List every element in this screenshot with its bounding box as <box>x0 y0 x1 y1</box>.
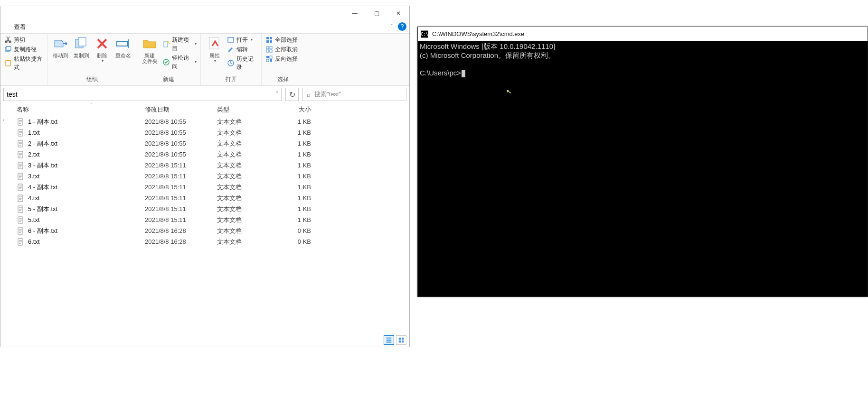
cmd-terminal[interactable]: Microsoft Windows [版本 10.0.19042.1110] (… <box>418 41 868 296</box>
chevron-down-icon: ▾ <box>195 41 197 47</box>
file-row[interactable]: 5.txt2021/8/8 15:11文本文档1 KB <box>0 214 409 225</box>
invert-selection-button[interactable]: 反向选择 <box>265 55 298 63</box>
address-bar[interactable]: test ˅ <box>3 88 282 101</box>
properties-icon <box>207 36 223 52</box>
header-size[interactable]: 大小 <box>278 105 316 114</box>
file-name: 2.txt <box>28 151 145 158</box>
select-all-button[interactable]: 全部选择 <box>265 36 298 44</box>
properties-button[interactable]: 属性 ▾ <box>205 36 224 64</box>
delete-button[interactable]: 删除 ▾ <box>94 36 112 64</box>
file-row[interactable]: 2 - 副本.txt2021/8/8 10:55文本文档1 KB <box>0 138 409 149</box>
mouse-pointer-icon: ↖ <box>505 87 512 97</box>
svg-rect-40 <box>402 341 404 342</box>
text-document-icon <box>17 227 25 235</box>
file-type: 文本文档 <box>217 150 278 159</box>
new-item-button[interactable]: 新建项目▾ <box>162 36 197 53</box>
close-button[interactable]: ✕ <box>387 6 409 20</box>
file-type: 文本文档 <box>217 194 278 203</box>
open-button[interactable]: 打开▾ <box>227 36 257 44</box>
file-row[interactable]: 3.txt2021/8/8 15:11文本文档1 KB <box>0 171 409 182</box>
help-button[interactable]: ? <box>398 22 406 31</box>
cmd-titlebar[interactable]: C:\ C:\WINDOWS\system32\cmd.exe <box>418 27 868 41</box>
large-icons-icon <box>398 337 405 343</box>
file-type: 文本文档 <box>217 216 278 224</box>
chevron-down-icon: ▾ <box>251 37 253 43</box>
file-date: 2021/8/8 16:28 <box>145 227 217 234</box>
file-row[interactable]: 6.txt2021/8/8 16:28文本文档0 KB <box>0 236 409 247</box>
file-date: 2021/8/8 10:55 <box>145 118 217 125</box>
search-icon: ⌕ <box>307 91 311 98</box>
file-size: 1 KB <box>278 118 316 125</box>
chevron-down-icon: ▾ <box>214 59 216 64</box>
file-size: 1 KB <box>278 194 316 202</box>
ribbon-group-new: 新建 文件夹 新建项目▾ 轻松访问▾ 新建 <box>136 34 201 85</box>
nav-pane-handle[interactable]: › <box>0 116 7 347</box>
svg-rect-23 <box>266 59 269 62</box>
file-size: 1 KB <box>278 184 316 191</box>
new-folder-button[interactable]: 新建 文件夹 <box>140 36 160 64</box>
file-row[interactable]: 3 - 副本.txt2021/8/8 15:11文本文档1 KB <box>0 160 409 171</box>
svg-point-8 <box>167 41 169 43</box>
file-size: 1 KB <box>278 216 316 223</box>
svg-rect-21 <box>266 56 269 58</box>
history-label: 历史记录 <box>236 55 257 72</box>
copy-to-icon <box>74 36 90 52</box>
easy-access-button[interactable]: 轻松访问▾ <box>162 54 197 71</box>
copy-path-button[interactable]: 复制路径 <box>4 45 44 54</box>
file-row[interactable]: 4.txt2021/8/8 15:11文本文档1 KB <box>0 193 409 203</box>
file-row[interactable]: 5 - 副本.txt2021/8/8 15:11文本文档1 KB <box>0 203 409 214</box>
refresh-icon: ↻ <box>289 90 295 99</box>
details-view-button[interactable] <box>384 335 394 345</box>
address-dropdown-icon[interactable]: ˅ <box>276 91 278 96</box>
invert-selection-icon <box>265 55 273 63</box>
large-icons-view-button[interactable] <box>396 335 406 345</box>
svg-rect-37 <box>399 338 401 340</box>
file-row[interactable]: 6 - 副本.txt2021/8/8 16:28文本文档0 KB <box>0 225 409 236</box>
copy-to-button[interactable]: 复制到 <box>73 36 91 58</box>
header-type[interactable]: 类型 <box>217 105 278 114</box>
chevron-right-icon: › <box>3 117 4 122</box>
open-label: 打开 <box>236 36 248 44</box>
file-name: 1 - 副本.txt <box>28 118 145 126</box>
select-all-label: 全部选择 <box>275 36 298 44</box>
paste-shortcut-label: 粘贴快捷方式 <box>14 55 44 72</box>
file-row[interactable]: 2.txt2021/8/8 10:55文本文档1 KB <box>0 149 409 160</box>
file-row[interactable]: 1 - 副本.txt2021/8/8 10:55文本文档1 KB <box>0 116 409 127</box>
delete-label: 删除 <box>97 53 107 58</box>
file-name: 4 - 副本.txt <box>28 183 145 192</box>
column-headers: 名称 ˄ 修改日期 类型 大小 <box>0 103 409 116</box>
refresh-button[interactable]: ↻ <box>285 88 299 101</box>
move-to-button[interactable]: 移动到 <box>52 36 70 58</box>
edit-button[interactable]: 编辑 <box>227 45 257 54</box>
file-name: 1.txt <box>28 129 145 136</box>
text-document-icon <box>17 118 25 126</box>
file-list[interactable]: › 1 - 副本.txt2021/8/8 10:55文本文档1 KB1.txt2… <box>0 116 409 347</box>
select-none-button[interactable]: 全部取消 <box>265 45 298 54</box>
file-size: 0 KB <box>278 238 316 245</box>
svg-rect-6 <box>117 41 127 46</box>
svg-rect-22 <box>270 56 272 58</box>
search-input[interactable]: ⌕ 搜索"test" <box>302 88 406 101</box>
file-row[interactable]: 4 - 副本.txt2021/8/8 15:11文本文档1 KB <box>0 182 409 193</box>
maximize-button[interactable]: ▢ <box>366 6 387 20</box>
file-date: 2021/8/8 10:55 <box>145 140 217 147</box>
details-view-icon <box>386 337 392 343</box>
rename-button[interactable]: 重命名 <box>114 36 132 58</box>
new-item-icon <box>162 40 170 48</box>
cut-button[interactable]: 剪切 <box>4 36 44 44</box>
copy-to-label: 复制到 <box>74 53 89 58</box>
copy-path-label: 复制路径 <box>14 45 37 54</box>
ribbon-group-open: 属性 ▾ 打开▾ 编辑 历史记录 <box>201 34 262 85</box>
file-size: 1 KB <box>278 162 316 169</box>
minimize-button[interactable]: — <box>344 6 366 20</box>
svg-rect-7 <box>164 41 168 47</box>
cmd-line-1: Microsoft Windows [版本 10.0.19042.1110] <box>420 42 555 50</box>
ribbon-collapse-icon[interactable]: ˄ <box>390 23 393 30</box>
tab-view[interactable]: 查看 <box>14 23 26 31</box>
header-date[interactable]: 修改日期 <box>145 105 217 114</box>
header-name[interactable]: 名称 ˄ <box>17 105 145 114</box>
history-button[interactable]: 历史记录 <box>227 55 257 72</box>
file-row[interactable]: 1.txt2021/8/8 10:55文本文档1 KB <box>0 127 409 138</box>
ribbon-tabs: 查看 ˄ ? <box>0 20 409 34</box>
paste-shortcut-button[interactable]: 粘贴快捷方式 <box>4 55 44 72</box>
